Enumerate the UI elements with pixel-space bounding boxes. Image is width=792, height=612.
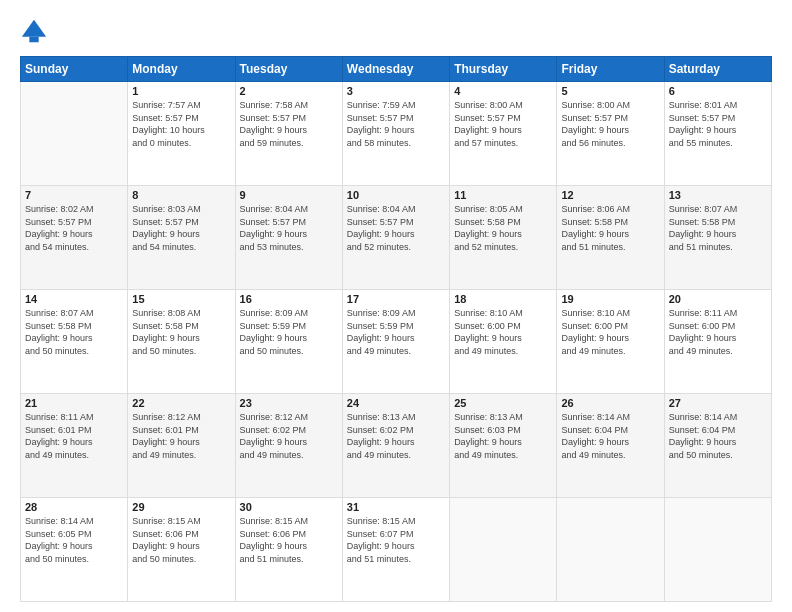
day-number: 22 — [132, 397, 230, 409]
day-number: 18 — [454, 293, 552, 305]
calendar-day-cell: 6Sunrise: 8:01 AMSunset: 5:57 PMDaylight… — [664, 82, 771, 186]
day-number: 24 — [347, 397, 445, 409]
calendar-header-row: SundayMondayTuesdayWednesdayThursdayFrid… — [21, 57, 772, 82]
logo — [20, 18, 52, 46]
day-info: Sunrise: 8:09 AMSunset: 5:59 PMDaylight:… — [240, 307, 338, 357]
calendar-week-row: 1Sunrise: 7:57 AMSunset: 5:57 PMDaylight… — [21, 82, 772, 186]
day-info: Sunrise: 8:06 AMSunset: 5:58 PMDaylight:… — [561, 203, 659, 253]
day-number: 23 — [240, 397, 338, 409]
logo-icon — [20, 18, 48, 46]
calendar-day-cell: 10Sunrise: 8:04 AMSunset: 5:57 PMDayligh… — [342, 186, 449, 290]
calendar-day-cell — [557, 498, 664, 602]
calendar-day-cell: 31Sunrise: 8:15 AMSunset: 6:07 PMDayligh… — [342, 498, 449, 602]
day-of-week-header: Sunday — [21, 57, 128, 82]
header — [20, 18, 772, 46]
day-number: 30 — [240, 501, 338, 513]
day-info: Sunrise: 8:14 AMSunset: 6:04 PMDaylight:… — [669, 411, 767, 461]
day-info: Sunrise: 8:15 AMSunset: 6:07 PMDaylight:… — [347, 515, 445, 565]
day-of-week-header: Tuesday — [235, 57, 342, 82]
calendar-day-cell — [664, 498, 771, 602]
day-number: 16 — [240, 293, 338, 305]
day-info: Sunrise: 7:57 AMSunset: 5:57 PMDaylight:… — [132, 99, 230, 149]
calendar-day-cell: 9Sunrise: 8:04 AMSunset: 5:57 PMDaylight… — [235, 186, 342, 290]
day-info: Sunrise: 8:01 AMSunset: 5:57 PMDaylight:… — [669, 99, 767, 149]
svg-rect-1 — [29, 37, 38, 43]
calendar-day-cell: 17Sunrise: 8:09 AMSunset: 5:59 PMDayligh… — [342, 290, 449, 394]
day-info: Sunrise: 8:11 AMSunset: 6:00 PMDaylight:… — [669, 307, 767, 357]
day-number: 29 — [132, 501, 230, 513]
day-info: Sunrise: 8:03 AMSunset: 5:57 PMDaylight:… — [132, 203, 230, 253]
day-info: Sunrise: 8:15 AMSunset: 6:06 PMDaylight:… — [132, 515, 230, 565]
day-info: Sunrise: 8:07 AMSunset: 5:58 PMDaylight:… — [25, 307, 123, 357]
day-number: 8 — [132, 189, 230, 201]
day-info: Sunrise: 8:09 AMSunset: 5:59 PMDaylight:… — [347, 307, 445, 357]
calendar-day-cell: 28Sunrise: 8:14 AMSunset: 6:05 PMDayligh… — [21, 498, 128, 602]
day-info: Sunrise: 8:04 AMSunset: 5:57 PMDaylight:… — [240, 203, 338, 253]
calendar-day-cell: 22Sunrise: 8:12 AMSunset: 6:01 PMDayligh… — [128, 394, 235, 498]
calendar-week-row: 14Sunrise: 8:07 AMSunset: 5:58 PMDayligh… — [21, 290, 772, 394]
day-info: Sunrise: 8:07 AMSunset: 5:58 PMDaylight:… — [669, 203, 767, 253]
calendar-day-cell: 16Sunrise: 8:09 AMSunset: 5:59 PMDayligh… — [235, 290, 342, 394]
day-number: 20 — [669, 293, 767, 305]
page: SundayMondayTuesdayWednesdayThursdayFrid… — [0, 0, 792, 612]
day-number: 28 — [25, 501, 123, 513]
day-number: 3 — [347, 85, 445, 97]
day-number: 6 — [669, 85, 767, 97]
calendar-day-cell: 21Sunrise: 8:11 AMSunset: 6:01 PMDayligh… — [21, 394, 128, 498]
day-of-week-header: Monday — [128, 57, 235, 82]
day-info: Sunrise: 8:00 AMSunset: 5:57 PMDaylight:… — [561, 99, 659, 149]
day-info: Sunrise: 8:13 AMSunset: 6:02 PMDaylight:… — [347, 411, 445, 461]
calendar-day-cell: 15Sunrise: 8:08 AMSunset: 5:58 PMDayligh… — [128, 290, 235, 394]
calendar-day-cell — [450, 498, 557, 602]
calendar-week-row: 7Sunrise: 8:02 AMSunset: 5:57 PMDaylight… — [21, 186, 772, 290]
day-number: 11 — [454, 189, 552, 201]
day-info: Sunrise: 8:15 AMSunset: 6:06 PMDaylight:… — [240, 515, 338, 565]
calendar-day-cell: 30Sunrise: 8:15 AMSunset: 6:06 PMDayligh… — [235, 498, 342, 602]
day-info: Sunrise: 8:04 AMSunset: 5:57 PMDaylight:… — [347, 203, 445, 253]
calendar-week-row: 28Sunrise: 8:14 AMSunset: 6:05 PMDayligh… — [21, 498, 772, 602]
day-info: Sunrise: 8:11 AMSunset: 6:01 PMDaylight:… — [25, 411, 123, 461]
calendar-day-cell: 19Sunrise: 8:10 AMSunset: 6:00 PMDayligh… — [557, 290, 664, 394]
calendar-day-cell: 2Sunrise: 7:58 AMSunset: 5:57 PMDaylight… — [235, 82, 342, 186]
day-number: 15 — [132, 293, 230, 305]
day-number: 2 — [240, 85, 338, 97]
calendar-day-cell — [21, 82, 128, 186]
calendar-day-cell: 14Sunrise: 8:07 AMSunset: 5:58 PMDayligh… — [21, 290, 128, 394]
calendar-day-cell: 11Sunrise: 8:05 AMSunset: 5:58 PMDayligh… — [450, 186, 557, 290]
calendar-day-cell: 5Sunrise: 8:00 AMSunset: 5:57 PMDaylight… — [557, 82, 664, 186]
day-number: 9 — [240, 189, 338, 201]
calendar-day-cell: 26Sunrise: 8:14 AMSunset: 6:04 PMDayligh… — [557, 394, 664, 498]
calendar-day-cell: 4Sunrise: 8:00 AMSunset: 5:57 PMDaylight… — [450, 82, 557, 186]
calendar-day-cell: 12Sunrise: 8:06 AMSunset: 5:58 PMDayligh… — [557, 186, 664, 290]
day-number: 1 — [132, 85, 230, 97]
calendar-week-row: 21Sunrise: 8:11 AMSunset: 6:01 PMDayligh… — [21, 394, 772, 498]
calendar-day-cell: 29Sunrise: 8:15 AMSunset: 6:06 PMDayligh… — [128, 498, 235, 602]
day-number: 19 — [561, 293, 659, 305]
calendar-day-cell: 1Sunrise: 7:57 AMSunset: 5:57 PMDaylight… — [128, 82, 235, 186]
day-info: Sunrise: 8:14 AMSunset: 6:05 PMDaylight:… — [25, 515, 123, 565]
day-info: Sunrise: 8:12 AMSunset: 6:01 PMDaylight:… — [132, 411, 230, 461]
day-info: Sunrise: 8:13 AMSunset: 6:03 PMDaylight:… — [454, 411, 552, 461]
day-info: Sunrise: 8:02 AMSunset: 5:57 PMDaylight:… — [25, 203, 123, 253]
day-number: 25 — [454, 397, 552, 409]
day-number: 14 — [25, 293, 123, 305]
calendar-day-cell: 25Sunrise: 8:13 AMSunset: 6:03 PMDayligh… — [450, 394, 557, 498]
day-number: 7 — [25, 189, 123, 201]
calendar-day-cell: 24Sunrise: 8:13 AMSunset: 6:02 PMDayligh… — [342, 394, 449, 498]
day-of-week-header: Wednesday — [342, 57, 449, 82]
day-info: Sunrise: 7:58 AMSunset: 5:57 PMDaylight:… — [240, 99, 338, 149]
day-number: 27 — [669, 397, 767, 409]
day-number: 31 — [347, 501, 445, 513]
calendar-day-cell: 3Sunrise: 7:59 AMSunset: 5:57 PMDaylight… — [342, 82, 449, 186]
calendar-day-cell: 13Sunrise: 8:07 AMSunset: 5:58 PMDayligh… — [664, 186, 771, 290]
day-number: 13 — [669, 189, 767, 201]
day-number: 5 — [561, 85, 659, 97]
day-of-week-header: Saturday — [664, 57, 771, 82]
day-info: Sunrise: 8:00 AMSunset: 5:57 PMDaylight:… — [454, 99, 552, 149]
day-info: Sunrise: 7:59 AMSunset: 5:57 PMDaylight:… — [347, 99, 445, 149]
day-number: 4 — [454, 85, 552, 97]
day-of-week-header: Friday — [557, 57, 664, 82]
day-info: Sunrise: 8:12 AMSunset: 6:02 PMDaylight:… — [240, 411, 338, 461]
svg-marker-0 — [22, 20, 46, 37]
calendar-day-cell: 18Sunrise: 8:10 AMSunset: 6:00 PMDayligh… — [450, 290, 557, 394]
